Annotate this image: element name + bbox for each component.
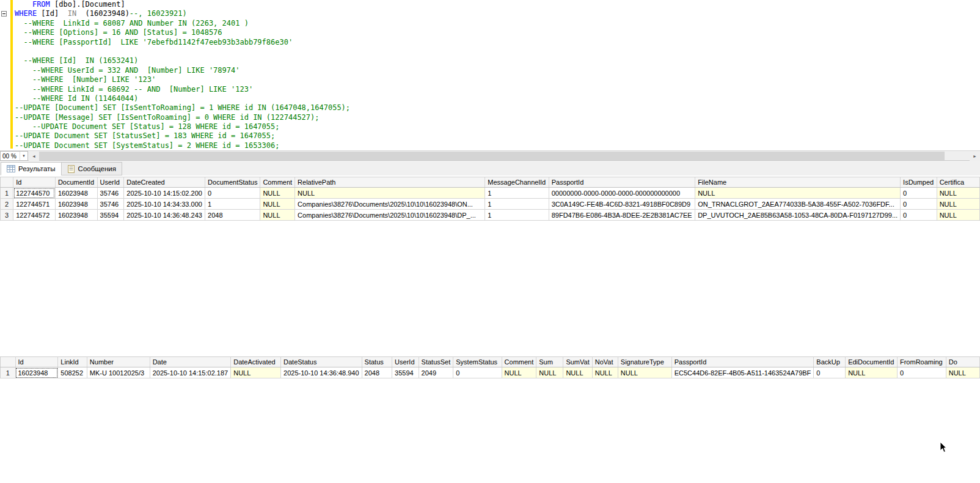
row-number[interactable]: 1 — [1, 367, 16, 378]
column-header-comment[interactable]: Comment — [502, 357, 536, 367]
scroll-right-button[interactable]: ► — [970, 151, 980, 161]
grid-cell[interactable]: 2025-10-10 14:36:48.243 — [124, 210, 205, 221]
tab-results[interactable]: Результаты — [1, 162, 62, 175]
code-line[interactable]: --WHERE [Options] = 16 AND [Status] = 10… — [0, 28, 980, 37]
column-header-linkid[interactable]: LinkId — [58, 357, 87, 367]
grid-cell[interactable]: MK-U 10012025/3 — [87, 367, 150, 378]
code-line[interactable]: --UPDATE [Document] SET [IsSentToRoaming… — [0, 103, 980, 112]
grid-cell[interactable]: 0 — [897, 367, 946, 378]
grid-cell[interactable]: 1 — [485, 199, 549, 210]
grid-cell[interactable]: 35746 — [97, 199, 124, 210]
horizontal-scrollbar-thumb[interactable] — [39, 152, 945, 160]
column-header-systemstatus[interactable]: SystemStatus — [453, 357, 502, 367]
grid-cell[interactable]: 2048 — [362, 367, 392, 378]
grid-cell[interactable]: 1 — [485, 188, 549, 199]
column-header-comment[interactable]: Comment — [260, 177, 295, 188]
code-line[interactable]: --WHERE LinkId = 68087 AND Number IN (22… — [0, 19, 980, 28]
tab-messages[interactable]: Сообщения — [61, 162, 122, 175]
grid-cell[interactable]: 89FD47B6-E086-4B3A-8DEE-2E2B381AC7EE — [549, 210, 695, 221]
code-line[interactable]: --UPDATE Document SET [Status] = 128 WHE… — [0, 122, 980, 131]
column-header-documentstatus[interactable]: DocumentStatus — [205, 177, 260, 188]
column-header-number[interactable]: Number — [87, 357, 150, 367]
code-line[interactable]: --WHERE LinkId = 68692 -- AND [Number] L… — [0, 85, 980, 94]
grid-cell[interactable]: 16023948 — [55, 188, 97, 199]
grid-cell[interactable]: Companies\38276\Documents\2025\10\10\160… — [295, 199, 485, 210]
column-header-sum[interactable]: Sum — [536, 357, 563, 367]
grid-cell[interactable]: 35594 — [97, 210, 124, 221]
grid-cell[interactable]: NULL — [260, 199, 295, 210]
column-header-dateactivated[interactable]: DateActivated — [231, 357, 281, 367]
grid-cell[interactable]: 2048 — [205, 210, 260, 221]
column-header-relativepath[interactable]: RelativePath — [295, 177, 485, 188]
grid-cell[interactable]: ON_TRNACLGROT_2AEA774033B-5A38-455F-A502… — [695, 199, 901, 210]
column-header-statusset[interactable]: StatusSet — [419, 357, 453, 367]
column-header-id[interactable]: Id — [15, 357, 58, 367]
grid-cell[interactable]: NULL — [618, 367, 671, 378]
column-header-id[interactable]: Id — [13, 177, 56, 188]
column-header-do[interactable]: Do — [946, 357, 979, 367]
grid-cell[interactable]: NULL — [846, 367, 898, 378]
grid-cell[interactable]: 3C0A149C-FE4B-4C6D-8321-4918BF0C89D9 — [549, 199, 695, 210]
column-header-userid[interactable]: UserId — [97, 177, 124, 188]
column-header-sumvat[interactable]: SumVat — [563, 357, 592, 367]
column-header-backup[interactable]: BackUp — [814, 357, 846, 367]
grid-cell[interactable]: 122744572 — [13, 210, 56, 221]
grid-cell[interactable]: NULL — [946, 367, 979, 378]
column-header-passportid[interactable]: PassportId — [549, 177, 695, 188]
grid-cell[interactable]: 0 — [901, 210, 937, 221]
grid-cell[interactable]: 16023948 — [55, 210, 97, 221]
column-header-datestatus[interactable]: DateStatus — [281, 357, 362, 367]
grid-cell[interactable]: NULL — [260, 188, 295, 199]
sql-editor[interactable]: FROM [dbo].[Document]WHERE [Id] IN (1602… — [0, 0, 980, 150]
code-line[interactable]: --WHERE [PassportId] LIKE '7ebefbd1142f4… — [0, 38, 980, 47]
column-header-date[interactable]: Date — [150, 357, 231, 367]
grid-cell[interactable]: 2049 — [419, 367, 453, 378]
grid-cell[interactable]: 0 — [901, 188, 937, 199]
column-header-passportid[interactable]: PassportId — [671, 357, 814, 367]
grid-cell[interactable]: 2025-10-10 14:34:33.000 — [124, 199, 205, 210]
grid-cell[interactable]: 0 — [901, 199, 937, 210]
column-header-certifica[interactable]: Certifica — [937, 177, 979, 188]
grid-cell[interactable]: 2025-10-10 14:15:02.200 — [124, 188, 205, 199]
row-number[interactable]: 1 — [1, 188, 13, 199]
zoom-combo[interactable]: 00 % ▼ — [0, 151, 28, 161]
column-header-edidocumentid[interactable]: EdiDocumentId — [846, 357, 898, 367]
grid-corner-cell[interactable] — [1, 357, 16, 367]
grid-cell[interactable]: 0 — [814, 367, 846, 378]
grid-cell[interactable]: DP_UVUTOCH_2AE85B63A58-1053-48CA-80DA-F0… — [695, 210, 901, 221]
column-header-signaturetype[interactable]: SignatureType — [618, 357, 671, 367]
code-line[interactable]: FROM [dbo].[Document] — [0, 0, 980, 9]
code-line[interactable] — [0, 47, 980, 56]
column-header-documentid[interactable]: DocumentId — [55, 177, 97, 188]
code-line[interactable]: --WHERE Id IN (11464044) — [0, 94, 980, 103]
grid-cell[interactable]: NULL — [502, 367, 536, 378]
grid-cell[interactable]: NULL — [295, 188, 485, 199]
grid-cell[interactable]: 508252 — [58, 367, 87, 378]
collapse-region-icon[interactable] — [1, 11, 7, 17]
column-header-userid[interactable]: UserId — [392, 357, 419, 367]
grid-cell[interactable]: NULL — [937, 188, 979, 199]
grid-corner-cell[interactable] — [1, 177, 13, 188]
column-header-fromroaming[interactable]: FromRoaming — [897, 357, 946, 367]
grid-cell[interactable]: 16023948 — [55, 199, 97, 210]
grid-cell[interactable]: 1 — [485, 210, 549, 221]
grid-cell[interactable]: EC5C44D6-82EF-4B05-A511-1463524A79BF — [671, 367, 814, 378]
grid-cell[interactable]: NULL — [592, 367, 618, 378]
grid-cell[interactable]: 00000000-0000-0000-0000-000000000000 — [549, 188, 695, 199]
grid-cell[interactable]: NULL — [695, 188, 901, 199]
grid-cell[interactable]: NULL — [937, 199, 979, 210]
grid-cell[interactable]: 16023948 — [15, 367, 58, 378]
grid-cell[interactable]: NULL — [563, 367, 592, 378]
row-number[interactable]: 3 — [1, 210, 13, 221]
code-line[interactable]: --UPDATE Document SET [SystemStatus] = 2… — [0, 141, 980, 150]
grid-cell[interactable]: NULL — [260, 210, 295, 221]
code-line[interactable]: --WHERE UserId = 332 AND [Number] LIKE '… — [0, 66, 980, 75]
grid-cell[interactable]: NULL — [937, 210, 979, 221]
scroll-left-button[interactable]: ◄ — [29, 151, 39, 161]
grid-cell[interactable]: 35746 — [97, 188, 124, 199]
grid-cell[interactable]: 0 — [453, 367, 502, 378]
grid-cell[interactable]: 35594 — [392, 367, 419, 378]
grid-cell[interactable]: 1 — [205, 199, 260, 210]
grid-cell[interactable]: 2025-10-10 14:36:48.940 — [281, 367, 362, 378]
grid-cell[interactable]: 122744571 — [13, 199, 56, 210]
